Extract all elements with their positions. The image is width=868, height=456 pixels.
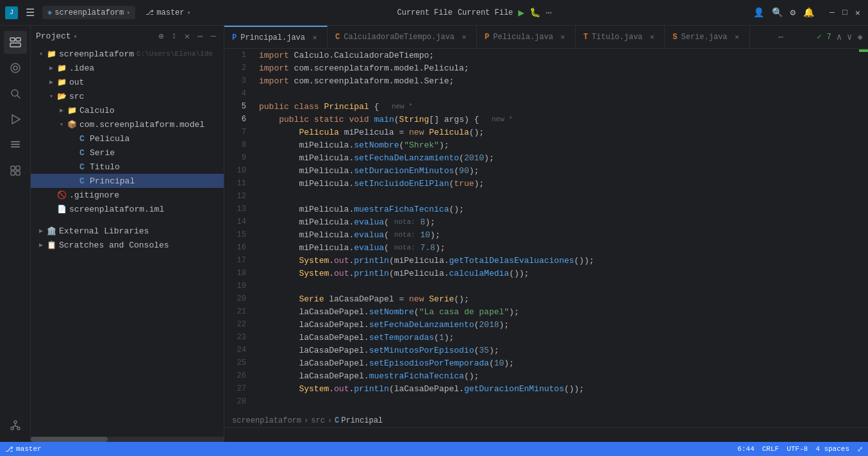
sidebar-item-com-model[interactable]: ▾ 📦 com.screenplataform.model xyxy=(31,117,224,131)
status-encoding[interactable]: UTF-8 xyxy=(787,445,808,453)
sidebar-item-src[interactable]: ▾ 📂 src xyxy=(31,89,224,103)
sidebar-close-button[interactable]: ✕ xyxy=(182,30,192,43)
branch-selector[interactable]: ⎇ master ▾ xyxy=(140,6,196,19)
project-name: screenplataform xyxy=(54,8,124,17)
line-num-19: 19 xyxy=(224,280,251,292)
line-num-1: 1 xyxy=(224,49,251,62)
code-line-23: laCasaDePapel.setTemporadas(1); xyxy=(256,331,859,344)
svg-rect-10 xyxy=(11,141,20,142)
breadcrumb-screenplataform[interactable]: screenplataform xyxy=(232,416,301,425)
status-crlf[interactable]: CRLF xyxy=(762,445,779,453)
breadcrumb-sep-1: › xyxy=(304,416,308,425)
line-num-3: 3 xyxy=(224,74,251,87)
tab-close-principal[interactable]: ✕ xyxy=(310,33,319,42)
tab-close-pelicula[interactable]: ✕ xyxy=(558,33,567,42)
line-num-22: 22 xyxy=(224,318,251,331)
tab-titulo[interactable]: T Titulo.java ✕ xyxy=(576,26,665,48)
activity-search[interactable] xyxy=(4,82,27,105)
external-lib-icon: 🏛️ xyxy=(46,226,56,236)
close-button[interactable]: ✕ xyxy=(853,8,863,18)
svg-rect-14 xyxy=(16,171,20,175)
tree-arrow: ▶ xyxy=(46,63,56,73)
activity-run[interactable] xyxy=(4,108,27,131)
activity-bookmarks[interactable] xyxy=(4,56,27,80)
more-actions-button[interactable]: ⋯ xyxy=(546,6,552,19)
sidebar-item-idea[interactable]: ▶ 📁 .idea xyxy=(31,61,224,75)
tab-more-button[interactable]: ⋯ xyxy=(773,26,789,48)
tab-pelicula[interactable]: P Pelicula.java ✕ xyxy=(477,26,576,48)
minimize-button[interactable]: — xyxy=(827,8,837,18)
tab-icon-pelicula: P xyxy=(485,33,489,42)
maximize-button[interactable]: □ xyxy=(840,8,850,18)
line-num-6: ▶6 xyxy=(224,113,251,126)
sidebar-title[interactable]: Project ▾ xyxy=(36,31,78,41)
sidebar-item-serie[interactable]: C Serie xyxy=(31,146,224,160)
line-num-14: 14 xyxy=(224,215,251,228)
tab-calculadora[interactable]: C CalculadoraDeTiempo.java ✕ xyxy=(328,26,477,48)
search-icon[interactable]: 🔍 xyxy=(772,7,783,18)
expand-icon[interactable]: ∧ xyxy=(837,31,842,42)
tab-close-calculadora[interactable]: ✕ xyxy=(460,33,469,42)
tree-arrow: ▾ xyxy=(56,119,67,130)
activity-tools[interactable] xyxy=(4,133,27,156)
status-branch[interactable]: ⎇ master xyxy=(5,445,42,453)
tab-label-serie: Serie.java xyxy=(681,33,728,42)
status-indent[interactable]: 4 spaces xyxy=(815,445,849,453)
breadcrumb-principal[interactable]: CPrincipal xyxy=(335,416,383,425)
sidebar-item-titulo[interactable]: C Titulo xyxy=(31,160,224,174)
line-num-28: 28 xyxy=(224,395,251,408)
sidebar-sort-button[interactable]: ↕ xyxy=(169,30,179,43)
sidebar-item-pelicula[interactable]: C Pelicula xyxy=(31,131,224,146)
sidebar-item-iml[interactable]: 📄 screenplataform.iml xyxy=(31,202,224,216)
menu-icon[interactable]: ☰ xyxy=(23,4,37,22)
tab-principal[interactable]: P Principal.java ✕ xyxy=(224,26,328,48)
debug-button[interactable]: 🐛 xyxy=(530,7,540,18)
current-file-label[interactable]: Current File xyxy=(397,8,452,17)
line-num-21: 21 xyxy=(224,305,251,318)
sidebar-item-calculo[interactable]: ▶ 📁 Calculo xyxy=(31,103,224,117)
sidebar-item-gitignore[interactable]: 🚫 .gitignore xyxy=(31,188,224,202)
settings-icon[interactable]: ⚙ xyxy=(790,7,796,18)
sidebar-header: Project ▾ ⊕ ↕ ✕ ⋯ — xyxy=(31,26,224,47)
activity-bar xyxy=(0,26,31,442)
sidebar-scrollbar[interactable] xyxy=(31,437,224,442)
copilot-icon[interactable]: ◈ xyxy=(858,31,863,42)
breadcrumb-src[interactable]: src xyxy=(311,416,325,425)
package-icon: 📦 xyxy=(67,119,77,130)
sidebar-scrollbar-thumb[interactable] xyxy=(31,437,108,442)
tab-close-serie[interactable]: ✕ xyxy=(733,33,742,42)
folder-icon: 📁 xyxy=(56,63,67,73)
code-editor[interactable]: import Calculo.CalculadoraDeTiempo; impo… xyxy=(256,49,859,442)
activity-project[interactable] xyxy=(4,31,27,54)
tab-serie[interactable]: S Serie.java ✕ xyxy=(665,26,749,48)
sidebar-item-scratches[interactable]: ▶ 📋 Scratches and Consoles xyxy=(31,238,224,252)
svg-line-19 xyxy=(12,426,15,427)
breadcrumb-sep-2: › xyxy=(328,416,332,425)
sidebar-item-out[interactable]: ▶ 📁 out xyxy=(31,75,224,89)
sidebar-add-button[interactable]: ⊕ xyxy=(156,30,166,43)
run-button[interactable]: ▶ xyxy=(518,6,524,19)
right-gutter[interactable] xyxy=(859,49,868,442)
sidebar-item-screenplataform[interactable]: ▾ 📁 screenplataform C:\Users\Elena\Ide xyxy=(31,47,224,61)
notification-icon[interactable]: 🔔 xyxy=(803,7,814,18)
status-indent-text: 4 spaces xyxy=(815,445,849,453)
sidebar-label-idea: .idea xyxy=(69,63,94,73)
sidebar-label-gitignore: .gitignore xyxy=(69,190,119,200)
sidebar-more-button[interactable]: ⋯ xyxy=(195,30,205,43)
tab-close-titulo[interactable]: ✕ xyxy=(647,33,656,42)
status-line-col[interactable]: 6:44 xyxy=(737,445,754,453)
sidebar-collapse-button[interactable]: — xyxy=(208,30,219,43)
sidebar-item-external-libraries[interactable]: ▶ 🏛️ External Libraries xyxy=(31,224,224,238)
activity-plugins[interactable] xyxy=(4,159,27,182)
checkmark-count: ✓ xyxy=(817,32,821,42)
line-num-24: 24 xyxy=(224,344,251,357)
project-selector[interactable]: ◈ screenplataform ▾ xyxy=(42,6,135,19)
code-line-4 xyxy=(256,87,859,100)
status-expand[interactable]: ⤢ xyxy=(857,445,863,453)
collapse-icon[interactable]: ∨ xyxy=(847,31,852,42)
sidebar-item-principal[interactable]: C Principal xyxy=(31,174,224,188)
profile-icon[interactable]: 👤 xyxy=(753,7,764,18)
activity-git[interactable] xyxy=(4,414,27,437)
tab-icon-calculadora: C xyxy=(335,33,340,42)
scratches-icon: 📋 xyxy=(46,240,56,250)
